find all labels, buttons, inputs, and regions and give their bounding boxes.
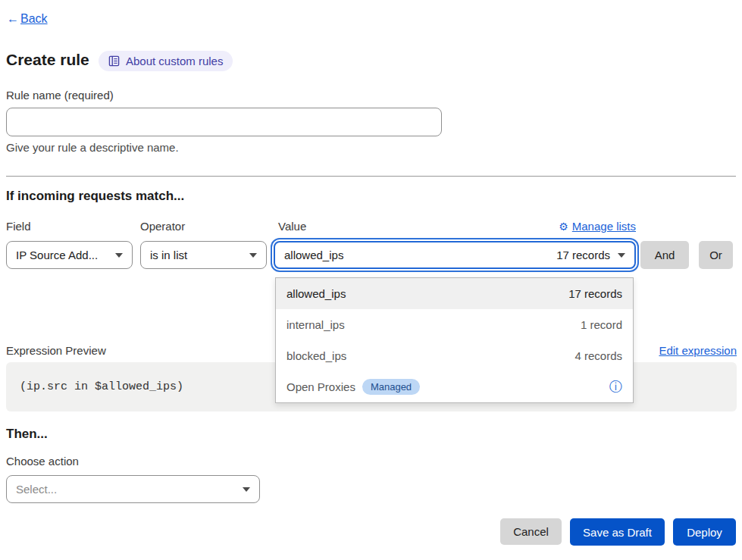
expression-code: (ip.src in $allowed_ips)	[20, 380, 183, 393]
dropdown-option-allowed-ips[interactable]: allowed_ips 17 records	[276, 278, 633, 309]
create-rule-page: ←Back Create rule About custom rules Rul…	[0, 0, 742, 560]
back-link-label: Back	[20, 12, 48, 25]
option-records: 1 record	[581, 318, 622, 331]
option-name: internal_ips	[286, 318, 345, 331]
dropdown-option-open-proxies[interactable]: Open Proxies Managed ⓘ	[276, 371, 633, 402]
edit-expression-link[interactable]: Edit expression	[659, 344, 737, 357]
save-as-draft-button[interactable]: Save as Draft	[570, 518, 665, 546]
match-section-heading: If incoming requests match...	[6, 189, 184, 204]
choose-action-label: Choose action	[6, 455, 79, 468]
option-records: 17 records	[568, 287, 622, 300]
option-name: Open Proxies	[286, 380, 355, 393]
rule-name-label: Rule name (required)	[6, 89, 114, 102]
managed-badge: Managed	[362, 379, 420, 395]
about-custom-rules-link[interactable]: About custom rules	[99, 51, 233, 71]
gear-icon: ⚙	[559, 221, 568, 233]
value-select-records: 17 records	[556, 249, 610, 261]
chevron-down-icon	[249, 253, 257, 258]
operator-select-value: is in list	[150, 249, 187, 261]
action-select[interactable]: Select...	[6, 475, 260, 503]
rule-name-input[interactable]	[6, 108, 442, 136]
value-select[interactable]: allowed_ips 17 records	[274, 241, 636, 269]
page-title: Create rule	[6, 51, 89, 69]
deploy-button[interactable]: Deploy	[673, 518, 736, 546]
section-divider	[6, 176, 736, 177]
value-dropdown-menu: allowed_ips 17 records internal_ips 1 re…	[275, 277, 634, 403]
cancel-button[interactable]: Cancel	[500, 518, 562, 545]
dropdown-option-internal-ips[interactable]: internal_ips 1 record	[276, 309, 633, 340]
then-section-heading: Then...	[6, 427, 48, 442]
back-link[interactable]: ←Back	[7, 12, 48, 26]
action-select-placeholder: Select...	[16, 483, 57, 496]
rule-name-helper: Give your rule a descriptive name.	[6, 141, 179, 154]
or-button[interactable]: Or	[699, 241, 733, 269]
operator-select[interactable]: is in list	[140, 241, 267, 269]
about-custom-rules-label: About custom rules	[126, 55, 223, 67]
option-name: blocked_ips	[286, 349, 346, 362]
dropdown-option-blocked-ips[interactable]: blocked_ips 4 records	[276, 340, 633, 371]
chevron-down-icon	[115, 253, 123, 258]
field-select-value: IP Source Add...	[16, 249, 98, 261]
value-label: Value	[278, 220, 306, 233]
info-icon[interactable]: ⓘ	[609, 380, 622, 393]
and-button[interactable]: And	[640, 241, 689, 269]
option-name: allowed_ips	[286, 287, 346, 300]
operator-label: Operator	[140, 220, 185, 233]
field-select[interactable]: IP Source Add...	[6, 241, 133, 269]
chevron-down-icon	[618, 253, 625, 258]
field-label: Field	[6, 220, 31, 233]
option-records: 4 records	[575, 349, 622, 362]
manage-lists-label: Manage lists	[572, 220, 636, 233]
back-arrow-icon: ←	[7, 12, 19, 25]
chevron-down-icon	[243, 487, 250, 492]
expression-preview-label: Expression Preview	[6, 344, 106, 357]
value-select-selected: allowed_ips	[284, 249, 343, 261]
manage-lists-link[interactable]: ⚙ Manage lists	[559, 220, 636, 233]
book-icon	[108, 55, 120, 67]
